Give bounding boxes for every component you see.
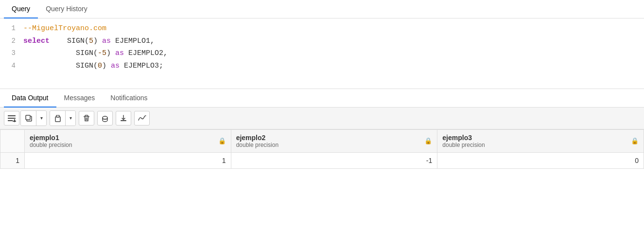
toolbar: ▾ ▾ <box>0 108 644 129</box>
svg-rect-4 <box>13 121 16 122</box>
svg-point-13 <box>103 116 107 119</box>
bottom-tab-bar: Data Output Messages Notifications <box>0 89 644 108</box>
code-line-5 <box>0 72 644 85</box>
svg-rect-9 <box>57 115 59 116</box>
code-line-1: 1 --MiguelTroyano.com <box>0 22 644 35</box>
col-header-ejemplo3: ejemplo3 double precision 🔒 <box>437 129 644 152</box>
delete-button[interactable] <box>79 111 94 126</box>
query-tab-bar: Query Query History <box>0 0 644 18</box>
tab-messages[interactable]: Messages <box>56 89 103 108</box>
copy-dropdown-button[interactable]: ▾ <box>36 111 46 126</box>
code-editor[interactable]: 1 --MiguelTroyano.com 2 select SIGN(5) a… <box>0 18 644 89</box>
line-number-1: 1 <box>4 23 23 35</box>
paste-dropdown-button[interactable]: ▾ <box>66 111 75 126</box>
tab-notifications[interactable]: Notifications <box>103 89 155 108</box>
col-header-ejemplo1: ejemplo1 double precision 🔒 <box>25 129 231 152</box>
svg-rect-0 <box>8 115 16 116</box>
table-header-row: ejemplo1 double precision 🔒 ejemplo2 dou… <box>0 129 644 152</box>
line-number-4: 4 <box>4 60 23 72</box>
cell-ejemplo3-1[interactable]: 0 <box>437 152 644 168</box>
chart-button[interactable] <box>134 111 150 126</box>
tab-query-history[interactable]: Query History <box>38 0 95 18</box>
download-button[interactable] <box>116 111 131 126</box>
svg-rect-15 <box>121 120 126 121</box>
code-line-4: 4 SIGN(0) as EJEMPLO3; <box>0 60 644 72</box>
svg-rect-2 <box>8 120 13 121</box>
lock-icon-1: 🔒 <box>218 137 226 144</box>
paste-button[interactable] <box>50 111 66 126</box>
line-number-3: 3 <box>4 48 23 59</box>
code-line-3: 3 SIGN(-5) as EJEMPLO2, <box>0 47 644 60</box>
row-index: 1 <box>0 152 25 168</box>
row-index-header <box>0 129 25 152</box>
cell-ejemplo2-1[interactable]: -1 <box>231 152 437 168</box>
lock-icon-3: 🔒 <box>631 137 639 144</box>
svg-rect-10 <box>84 116 89 117</box>
cell-ejemplo1-1[interactable]: 1 <box>25 152 231 168</box>
svg-rect-1 <box>8 118 16 119</box>
tab-data-output[interactable]: Data Output <box>4 89 56 108</box>
add-row-button[interactable] <box>4 111 19 126</box>
svg-rect-6 <box>26 115 30 120</box>
code-comment: --MiguelTroyano.com <box>23 24 106 33</box>
copy-group: ▾ <box>20 110 47 126</box>
tab-query[interactable]: Query <box>4 0 38 18</box>
copy-button[interactable] <box>21 111 36 126</box>
data-table: ejemplo1 double precision 🔒 ejemplo2 dou… <box>0 129 644 169</box>
table-row: 1 1 -1 0 <box>0 152 644 168</box>
paste-group: ▾ <box>50 110 76 126</box>
code-line-2: 2 select SIGN(5) as EJEMPLO1, <box>0 35 644 48</box>
save-file-button[interactable] <box>97 111 113 126</box>
lock-icon-2: 🔒 <box>424 137 432 144</box>
col-header-ejemplo2: ejemplo2 double precision 🔒 <box>231 129 437 152</box>
line-number-2: 2 <box>4 36 23 47</box>
